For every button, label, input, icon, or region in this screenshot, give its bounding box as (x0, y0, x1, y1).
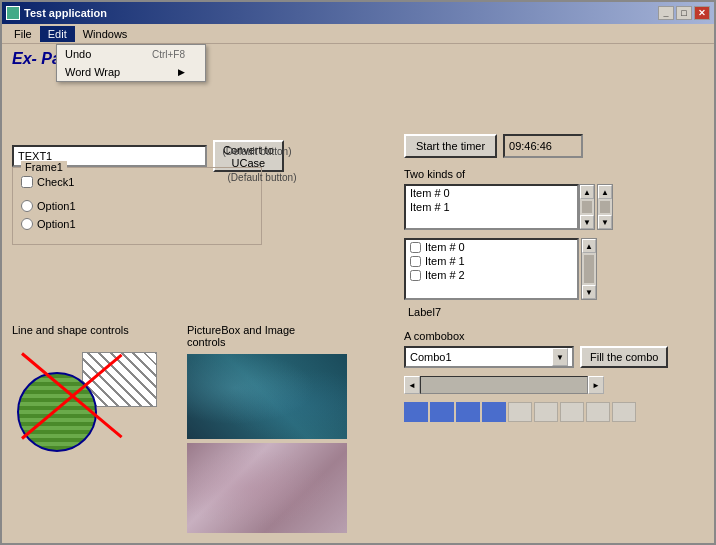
check-item-0[interactable] (410, 242, 421, 253)
checklist-box[interactable]: Item # 0 Item # 1 Item # 2 (404, 238, 579, 300)
hscroll-track[interactable] (420, 376, 588, 394)
window-title: Test application (24, 7, 107, 19)
listbox-item-0[interactable]: Item # 0 (406, 186, 577, 200)
option1-radio[interactable] (21, 200, 33, 212)
label7: Label7 (404, 304, 704, 320)
right-section: Start the timer 09:46:46 Two kinds of It… (404, 134, 704, 422)
outer-scroll-up[interactable]: ▲ (598, 185, 612, 199)
titlebar-buttons: _ □ ✕ (658, 6, 710, 20)
start-timer-button[interactable]: Start the timer (404, 134, 497, 158)
undo-shortcut: Ctrl+F8 (152, 49, 185, 60)
shape-canvas (12, 342, 162, 452)
listbox-outer: Item # 0 Item # 1 ▲ ▼ (404, 184, 595, 230)
combo-value: Combo1 (410, 351, 452, 363)
hscrollbar: ◄ ► (404, 376, 604, 394)
check1-checkbox[interactable] (21, 176, 33, 188)
menu-undo[interactable]: Undo Ctrl+F8 (57, 45, 205, 63)
hscroll-right-btn[interactable]: ► (588, 376, 604, 394)
checklist-item-2[interactable]: Item # 2 (406, 268, 577, 282)
fill-combo-button[interactable]: Fill the combo (580, 346, 668, 368)
listbox-with-vscroll: Item # 0 Item # 1 ▲ ▼ (404, 184, 595, 230)
hscroll-left-btn[interactable]: ◄ (404, 376, 420, 394)
option2-label: Option1 (37, 218, 76, 230)
checklist-label-1: Item # 1 (425, 255, 465, 267)
word-wrap-label: Word Wrap (65, 66, 120, 78)
picture2-texture (187, 443, 347, 533)
combobox[interactable]: Combo1 ▼ (404, 346, 574, 368)
edit-dropdown: Undo Ctrl+F8 Word Wrap ▶ (56, 44, 206, 82)
checklist-item-1[interactable]: Item # 1 (406, 254, 577, 268)
timer-display: 09:46:46 (503, 134, 583, 158)
outer-scroll-down[interactable]: ▼ (598, 215, 612, 229)
combo-label: A combobox (404, 330, 704, 342)
shapes-section: Line and shape controls (12, 324, 162, 452)
progress-segment-7 (586, 402, 610, 422)
option1-label: Option1 (37, 200, 76, 212)
app-icon (6, 6, 20, 20)
picture-box1 (187, 354, 347, 439)
outer-vscrollbar[interactable]: ▲ ▼ (597, 184, 613, 230)
check-item-1[interactable] (410, 256, 421, 267)
word-wrap-arrow: ▶ (178, 67, 185, 77)
progress-segment-6 (560, 402, 584, 422)
listbox-scroll-thumb[interactable] (582, 201, 592, 213)
outer-scroll-thumb[interactable] (600, 201, 610, 213)
progress-segment-4 (508, 402, 532, 422)
two-kinds-label: Two kinds of (404, 168, 704, 180)
checklist-scroll-up[interactable]: ▲ (582, 239, 596, 253)
titlebar-left: Test application (6, 6, 107, 20)
menu-windows[interactable]: Windows (75, 26, 136, 42)
default-btn-label: (Default button) (212, 146, 302, 157)
progress-segment-0 (404, 402, 428, 422)
progress-segment-3 (482, 402, 506, 422)
left-section: Convert toUCase (Default button) Frame1 … (12, 140, 302, 255)
option2-radio[interactable] (21, 218, 33, 230)
check1-label: Check1 (37, 176, 74, 188)
progress-bar (404, 402, 704, 422)
picture-label: PictureBox and Imagecontrols (187, 324, 347, 348)
picture-box2 (187, 443, 347, 533)
picture-section: PictureBox and Imagecontrols (187, 324, 347, 533)
checklist-vscrollbar[interactable]: ▲ ▼ (581, 238, 597, 300)
listbox-vscrollbar[interactable]: ▲ ▼ (579, 184, 595, 230)
timer-area: Start the timer 09:46:46 (404, 134, 704, 158)
undo-label: Undo (65, 48, 91, 60)
progress-segment-1 (430, 402, 454, 422)
header-left: Ex (12, 50, 32, 68)
main-window: Test application _ □ ✕ File Edit Windows… (0, 0, 716, 545)
frame-label: Frame1 (21, 161, 67, 173)
progress-segment-2 (456, 402, 480, 422)
combo-row: Combo1 ▼ Fill the combo (404, 346, 704, 368)
checklist-scroll-down[interactable]: ▼ (582, 285, 596, 299)
combo-dropdown-arrow[interactable]: ▼ (552, 348, 568, 366)
titlebar: Test application _ □ ✕ (2, 2, 714, 24)
option2-row: Option1 (21, 218, 253, 230)
progress-segment-5 (534, 402, 558, 422)
progress-segment-8 (612, 402, 636, 422)
minimize-button[interactable]: _ (658, 6, 674, 20)
check-item-2[interactable] (410, 270, 421, 281)
listbox-section: Item # 0 Item # 1 ▲ ▼ ▲ ▼ (404, 184, 704, 230)
checklist-section: Item # 0 Item # 1 Item # 2 ▲ ▼ (404, 238, 704, 300)
default-button-note: (Default button) (217, 172, 307, 183)
close-button[interactable]: ✕ (694, 6, 710, 20)
listbox-scroll-down[interactable]: ▼ (580, 215, 594, 229)
menu-file[interactable]: File (6, 26, 40, 42)
checklist-label-2: Item # 2 (425, 269, 465, 281)
checklist-item-0[interactable]: Item # 0 (406, 240, 577, 254)
maximize-button[interactable]: □ (676, 6, 692, 20)
menu-edit[interactable]: Edit (40, 26, 75, 42)
listbox-scroll-up[interactable]: ▲ (580, 185, 594, 199)
checklist-scroll-thumb[interactable] (584, 255, 594, 283)
menu-word-wrap[interactable]: Word Wrap ▶ (57, 63, 205, 81)
menubar: File Edit Windows (2, 24, 714, 44)
two-kinds-listbox[interactable]: Item # 0 Item # 1 (404, 184, 579, 230)
shapes-label: Line and shape controls (12, 324, 162, 336)
checklist-label-0: Item # 0 (425, 241, 465, 253)
picture1-texture (187, 354, 347, 439)
option1-row: Option1 (21, 200, 253, 212)
listbox-item-1[interactable]: Item # 1 (406, 200, 577, 214)
